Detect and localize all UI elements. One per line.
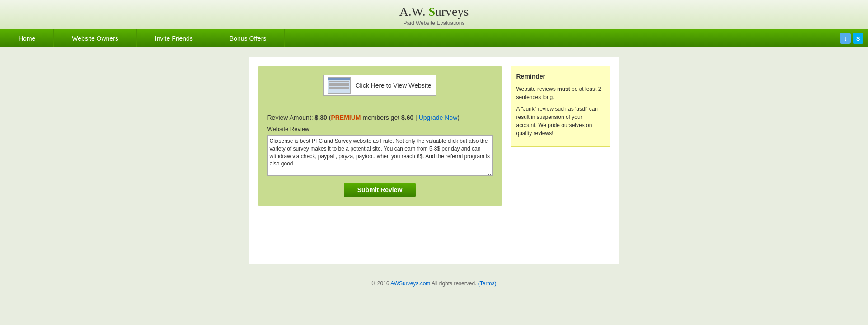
premium-text: members get [361, 114, 401, 121]
review-section-label: Website Review [267, 126, 493, 132]
skype-icon[interactable]: S [853, 33, 863, 44]
reminder-line1: Website reviews must be at least 2 sente… [516, 85, 604, 101]
footer-copyright: © 2016 [372, 280, 391, 287]
nav-home[interactable]: Home [0, 29, 54, 47]
logo-text-suffix: urveys [435, 5, 469, 19]
premium-label: PREMIUM [331, 114, 361, 121]
footer-rights: All rights reserved. [430, 280, 478, 287]
website-thumbnail [328, 77, 351, 94]
logo-dollar: $ [429, 5, 435, 19]
nav-bonus-offers[interactable]: Bonus Offers [211, 29, 285, 47]
review-amount-value: $.30 [315, 114, 327, 121]
review-panel: Click Here to View Website Review Amount… [258, 66, 502, 206]
premium-amount: $.60 [401, 114, 413, 121]
reminder-must: must [557, 86, 570, 92]
review-amount-info: Review Amount: $.30 (PREMIUM members get… [267, 114, 493, 121]
site-tagline: Paid Website Evaluations [0, 20, 868, 26]
site-header: A.W. $urveys Paid Website Evaluations [0, 0, 868, 29]
twitter-icon[interactable]: t [840, 33, 851, 44]
view-website-button[interactable]: Click Here to View Website [323, 75, 436, 96]
reminder-line2: A "Junk" review such as 'asdf' can resul… [516, 105, 604, 137]
review-textarea[interactable] [267, 135, 493, 176]
content-layout: Click Here to View Website Review Amount… [258, 66, 610, 206]
view-website-label: Click Here to View Website [355, 82, 431, 89]
submit-review-button[interactable]: Submit Review [344, 183, 416, 197]
reminder-title: Reminder [516, 72, 604, 81]
logo-text-prefix: A.W. [399, 5, 429, 19]
main-container: Click Here to View Website Review Amount… [249, 57, 619, 264]
reminder-box: Reminder Website reviews must be at leas… [511, 66, 610, 147]
reminder-panel: Reminder Website reviews must be at leas… [511, 66, 610, 206]
footer: © 2016 AWSurveys.com All rights reserved… [0, 273, 868, 293]
main-nav: Home Website Owners Invite Friends Bonus… [0, 29, 868, 47]
nav-items-group: Home Website Owners Invite Friends Bonus… [0, 29, 835, 47]
social-icons-group: t S [835, 29, 868, 47]
nav-website-owners[interactable]: Website Owners [54, 29, 136, 47]
footer-terms-link[interactable]: (Terms) [478, 280, 497, 287]
footer-site-link[interactable]: AWSurveys.com [390, 280, 430, 287]
submit-container: Submit Review [267, 183, 493, 197]
site-logo: A.W. $urveys [0, 5, 868, 19]
upgrade-now-link[interactable]: Upgrade Now [419, 114, 458, 121]
review-amount-prefix: Review Amount: [267, 114, 315, 121]
nav-invite-friends[interactable]: Invite Friends [137, 29, 211, 47]
